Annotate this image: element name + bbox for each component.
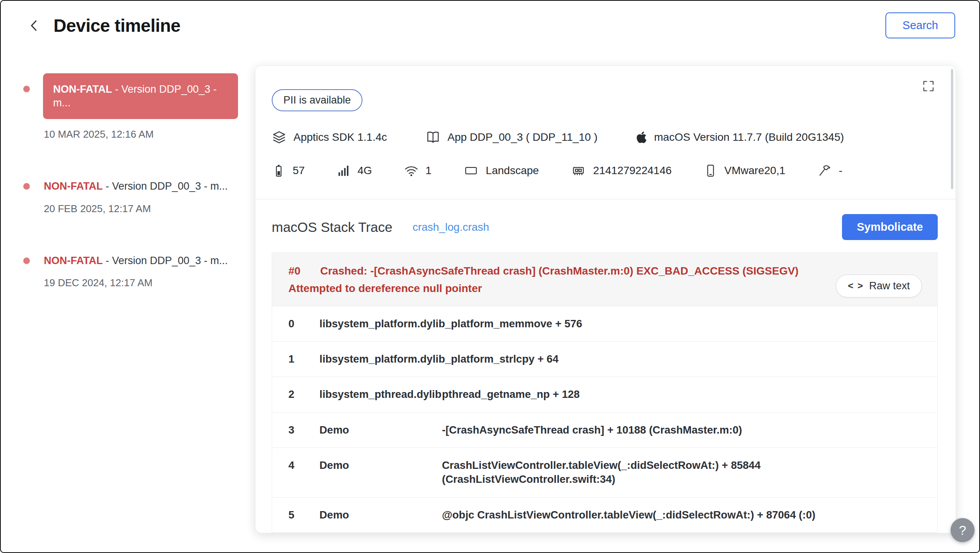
timeline-item-title[interactable]: NON-FATAL - Version DDP_00_3 - m... [43, 179, 238, 193]
os-version-value: macOS Version 11.7.7 (Build 20G1345) [654, 131, 844, 143]
apple-logo-icon [636, 131, 647, 144]
orientation-icon [463, 164, 479, 178]
device-info-row-1: Apptics SDK 1.1.4c App DDP_00_3 ( DDP_11… [272, 130, 938, 145]
frame-index: 0 [288, 317, 319, 331]
orientation-info: Landscape [463, 164, 539, 178]
app-book-icon [426, 130, 440, 145]
scrollbar-thumb[interactable] [951, 69, 953, 189]
frame-index: 3 [288, 423, 319, 437]
timeline-item: NON-FATAL - Version DDP_00_3 - m... 10 M… [20, 73, 238, 140]
stack-frame-row: 2 libsystem_pthread.dylib pthread_getnam… [272, 377, 937, 412]
back-button[interactable] [26, 17, 43, 35]
app-version-value: App DDP_00_3 ( DDP_11_10 ) [447, 131, 597, 143]
wifi-value: 1 [426, 164, 432, 177]
section-divider [255, 199, 956, 199]
frame-symbol: _platform_memmove + 576 [445, 317, 922, 331]
frame-symbol: @objc CrashListViewController.tableView(… [442, 508, 922, 522]
app-version-info: App DDP_00_3 ( DDP_11_10 ) [426, 130, 597, 145]
frame-binary: Demo [319, 458, 442, 487]
crash-frame-index: #0 [288, 262, 320, 280]
stack-frame-row: 1 libsystem_platform.dylib _platform_str… [272, 341, 937, 377]
device-timeline-page: Device timeline Search NON-FATAL - Versi… [0, 0, 980, 553]
crash-reason-header: #0Crashed: -[CrashAsyncSafeThread crash]… [272, 253, 937, 306]
stack-trace-title: macOS Stack Trace [272, 219, 392, 235]
frame-binary: Demo [319, 423, 442, 437]
timeline-item-timestamp: 19 DEC 2024, 12:17 AM [43, 277, 238, 289]
crash-title-text: - Version DDP_00_3 - m... [103, 180, 228, 192]
frame-binary: libsystem_platform.dylib [319, 352, 445, 366]
jailbroken-info: - [817, 163, 842, 178]
timeline-item-title-selected[interactable]: NON-FATAL - Version DDP_00_3 - m... [43, 73, 238, 119]
timeline-item: NON-FATAL - Version DDP_00_3 - m... 19 D… [20, 254, 238, 289]
sdk-version-info: Apptics SDK 1.1.4c [272, 130, 387, 145]
frame-index: 2 [288, 387, 319, 401]
main-content: NON-FATAL - Version DDP_00_3 - m... 10 M… [1, 46, 979, 533]
stack-frame-row: 3 Demo -[CrashAsyncSafeThread crash] + 1… [272, 412, 937, 448]
severity-label: NON-FATAL [44, 180, 103, 192]
crash-reason-text: Crashed: -[CrashAsyncSafeThread crash] (… [320, 265, 799, 277]
sdk-version-value: Apptics SDK 1.1.4c [293, 131, 387, 143]
battery-value: 57 [293, 164, 305, 177]
page-title: Device timeline [53, 15, 180, 36]
device-info-panel: PII is available Apptics SDK 1.1.4c App … [255, 66, 956, 178]
device-info-row-2: 57 4G 1 [272, 163, 938, 178]
stack-trace-section: macOS Stack Trace crash_log.crash Symbol… [255, 214, 956, 533]
device-model-info: VMware20,1 [704, 164, 785, 178]
raw-text-label: Raw text [869, 280, 910, 292]
device-icon [704, 164, 718, 178]
timeline-dot-icon [23, 86, 30, 92]
page-header: Device timeline Search [1, 1, 979, 46]
crash-title-text: - Version DDP_00_3 - m... [103, 255, 228, 266]
severity-label: NON-FATAL [44, 255, 103, 266]
code-brackets-icon: < > [848, 280, 864, 291]
crash-reason-line1: #0Crashed: -[CrashAsyncSafeThread crash]… [288, 262, 824, 280]
memory-value: 2141279224146 [593, 164, 671, 177]
search-button[interactable]: Search [885, 12, 955, 38]
frame-index: 5 [288, 508, 319, 522]
timeline-item: NON-FATAL - Version DDP_00_3 - m... 20 F… [20, 179, 238, 214]
signal-bars-icon [336, 164, 350, 178]
crash-log-link[interactable]: crash_log.crash [412, 221, 489, 233]
frame-symbol: _platform_strlcpy + 64 [445, 352, 922, 366]
frame-index: 1 [288, 352, 319, 366]
battery-info: 57 [272, 164, 305, 178]
device-model-value: VMware20,1 [725, 164, 785, 177]
timeline-item-timestamp: 20 FEB 2025, 12:17 AM [43, 203, 238, 215]
memory-icon [571, 164, 586, 178]
stack-frame-row: 5 Demo @objc CrashListViewController.tab… [272, 497, 937, 532]
network-type-value: 4G [357, 164, 372, 177]
timeline-dot-icon [23, 183, 30, 190]
pii-badge[interactable]: PII is available [272, 89, 362, 111]
frame-index: 4 [288, 458, 319, 487]
orientation-value: Landscape [486, 164, 539, 177]
stack-frame-row: 0 libsystem_platform.dylib _platform_mem… [272, 306, 937, 341]
wifi-info: 1 [404, 163, 432, 178]
timeline-dot-icon [23, 257, 30, 264]
frame-symbol: CrashListViewController.tableView(_:didS… [442, 458, 922, 487]
frame-binary: libsystem_platform.dylib [319, 317, 445, 331]
frame-symbol: -[CrashAsyncSafeThread crash] + 10188 (C… [442, 423, 922, 437]
chevron-left-icon [28, 19, 41, 33]
frame-binary: libsystem_pthread.dylib [319, 387, 442, 401]
hammer-icon [817, 163, 832, 178]
crash-detail-card: PII is available Apptics SDK 1.1.4c App … [255, 66, 956, 533]
frame-symbol: pthread_getname_np + 128 [442, 387, 922, 401]
stack-trace-table: #0Crashed: -[CrashAsyncSafeThread crash]… [272, 252, 938, 533]
network-type-info: 4G [336, 164, 372, 178]
frame-binary: Demo [319, 508, 442, 522]
timeline-item-title[interactable]: NON-FATAL - Version DDP_00_3 - m... [43, 254, 238, 268]
os-version-info: macOS Version 11.7.7 (Build 20G1345) [636, 131, 844, 144]
raw-text-button[interactable]: < > Raw text [836, 275, 922, 297]
severity-label: NON-FATAL [53, 83, 112, 95]
fullscreen-icon[interactable] [921, 79, 935, 93]
timeline-list: NON-FATAL - Version DDP_00_3 - m... 10 M… [1, 46, 238, 328]
sdk-layers-icon [272, 130, 286, 145]
memory-info: 2141279224146 [571, 164, 671, 178]
symbolicate-button[interactable]: Symbolicate [842, 214, 938, 240]
jailbroken-value: - [839, 164, 842, 177]
crash-reason-line2: Attempted to dereference null pointer [288, 280, 824, 297]
timeline-item-timestamp: 10 MAR 2025, 12:16 AM [43, 128, 238, 140]
battery-icon [272, 164, 286, 178]
help-button[interactable]: ? [951, 518, 975, 542]
wifi-icon [404, 163, 419, 178]
